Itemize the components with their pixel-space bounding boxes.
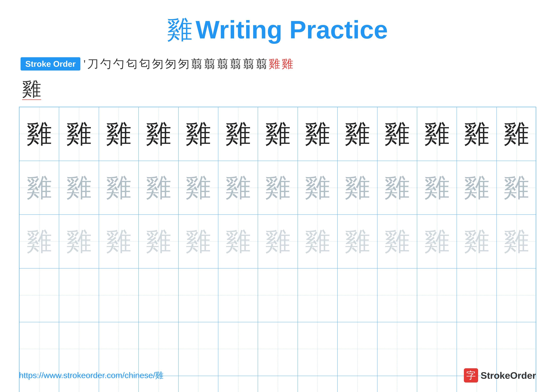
grid-cell[interactable] xyxy=(417,322,457,376)
stroke-order-badge: Stroke Order xyxy=(21,57,80,71)
grid-cell[interactable] xyxy=(258,322,298,376)
grid-cell[interactable]: 雞 xyxy=(337,161,377,214)
stroke-16: 雞 xyxy=(269,56,280,71)
grid-cell[interactable]: 雞 xyxy=(457,161,497,214)
practice-char: 雞 xyxy=(226,117,251,151)
practice-char: 雞 xyxy=(146,171,171,205)
stroke-5: 匂 xyxy=(126,56,138,71)
practice-char: 雞 xyxy=(66,117,92,151)
grid-cell[interactable]: 雞 xyxy=(19,161,59,214)
grid-cell[interactable] xyxy=(377,322,417,376)
grid-cell[interactable]: 雞 xyxy=(178,161,218,214)
grid-cell[interactable]: 雞 xyxy=(99,161,139,214)
grid-cell[interactable] xyxy=(218,322,258,376)
grid-cell[interactable] xyxy=(337,268,377,322)
stroke-7: 匇 xyxy=(152,56,163,71)
grid-cell[interactable] xyxy=(59,268,99,322)
practice-char: 雞 xyxy=(504,117,529,151)
grid-cell[interactable]: 雞 xyxy=(19,214,59,268)
grid-cell[interactable]: 雞 xyxy=(417,161,457,214)
grid-cell[interactable] xyxy=(59,322,99,376)
grid-cell[interactable]: 雞 xyxy=(337,107,377,161)
practice-char: 雞 xyxy=(384,224,410,258)
grid-cell[interactable]: 雞 xyxy=(377,214,417,268)
grid-cell[interactable]: 雞 xyxy=(218,107,258,161)
stroke-10: 翦 xyxy=(191,56,202,71)
footer-url[interactable]: https://www.strokeorder.com/chinese/雞 xyxy=(19,370,163,381)
grid-cell[interactable]: 雞 xyxy=(377,107,417,161)
practice-char: 雞 xyxy=(384,171,410,205)
grid-cell[interactable] xyxy=(139,268,178,322)
stroke-2: 刀 xyxy=(87,56,99,71)
title-chinese-char: 雞 xyxy=(167,13,192,47)
grid-cell[interactable] xyxy=(218,268,258,322)
practice-char: 雞 xyxy=(146,224,171,258)
grid-cell[interactable]: 雞 xyxy=(497,107,536,161)
grid-cell[interactable]: 雞 xyxy=(258,107,298,161)
stroke-8: 匇 xyxy=(165,56,176,71)
practice-char: 雞 xyxy=(66,224,92,258)
practice-char: 雞 xyxy=(146,117,171,151)
grid-cell[interactable] xyxy=(457,322,497,376)
practice-grid: 雞雞雞雞雞雞雞雞雞雞雞雞雞雞雞雞雞雞雞雞雞雞雞雞雞雞雞雞雞雞雞雞雞雞雞雞雞雞雞 xyxy=(19,107,536,392)
grid-cell[interactable]: 雞 xyxy=(99,214,139,268)
grid-cell[interactable] xyxy=(19,322,59,376)
grid-cell[interactable] xyxy=(497,268,536,322)
grid-cell[interactable]: 雞 xyxy=(218,214,258,268)
practice-char: 雞 xyxy=(305,224,330,258)
grid-cell[interactable]: 雞 xyxy=(497,214,536,268)
stroke-6: 匂 xyxy=(139,56,150,71)
grid-cell[interactable] xyxy=(457,268,497,322)
grid-cell[interactable]: 雞 xyxy=(417,107,457,161)
grid-cell[interactable]: 雞 xyxy=(298,107,337,161)
grid-cell[interactable]: 雞 xyxy=(59,107,99,161)
grid-cell[interactable]: 雞 xyxy=(178,107,218,161)
grid-cell[interactable]: 雞 xyxy=(258,214,298,268)
stroke-sequence: ' 刀 勺 勺 匂 匂 匇 匇 匇 翦 翦 翦 翦 翦 翦 雞 雞 xyxy=(84,56,293,71)
page: 雞 Writing Practice Stroke Order ' 刀 勺 勺 … xyxy=(0,0,555,392)
grid-cell[interactable] xyxy=(99,268,139,322)
grid-cell[interactable] xyxy=(178,322,218,376)
practice-char: 雞 xyxy=(345,224,370,258)
grid-cell[interactable]: 雞 xyxy=(139,107,178,161)
grid-cell[interactable]: 雞 xyxy=(298,161,337,214)
practice-char: 雞 xyxy=(27,224,52,258)
practice-char: 雞 xyxy=(106,224,131,258)
stroke-3: 勺 xyxy=(100,56,111,71)
practice-char: 雞 xyxy=(186,117,211,151)
grid-cell[interactable] xyxy=(139,322,178,376)
grid-cell[interactable]: 雞 xyxy=(417,214,457,268)
grid-cell[interactable]: 雞 xyxy=(59,214,99,268)
practice-char: 雞 xyxy=(265,117,291,151)
title-area: 雞 Writing Practice xyxy=(167,13,388,47)
grid-cell[interactable]: 雞 xyxy=(218,161,258,214)
grid-cell[interactable]: 雞 xyxy=(59,161,99,214)
reference-char-area: 雞 xyxy=(19,76,536,102)
grid-cell[interactable]: 雞 xyxy=(377,161,417,214)
grid-cell[interactable]: 雞 xyxy=(99,107,139,161)
grid-cell[interactable] xyxy=(298,322,337,376)
grid-cell[interactable]: 雞 xyxy=(258,161,298,214)
grid-cell[interactable] xyxy=(497,322,536,376)
grid-cell[interactable]: 雞 xyxy=(337,214,377,268)
grid-cell[interactable] xyxy=(178,268,218,322)
grid-cell[interactable] xyxy=(337,322,377,376)
practice-char: 雞 xyxy=(27,117,52,151)
stroke-9: 匇 xyxy=(178,56,189,71)
grid-cell[interactable] xyxy=(377,268,417,322)
grid-cell[interactable] xyxy=(417,268,457,322)
grid-cell[interactable] xyxy=(19,268,59,322)
grid-cell[interactable]: 雞 xyxy=(298,214,337,268)
grid-cell[interactable]: 雞 xyxy=(457,107,497,161)
practice-char: 雞 xyxy=(384,117,410,151)
grid-cell[interactable] xyxy=(258,268,298,322)
grid-cell[interactable]: 雞 xyxy=(497,161,536,214)
grid-cell[interactable]: 雞 xyxy=(178,214,218,268)
grid-cell[interactable]: 雞 xyxy=(457,214,497,268)
grid-cell[interactable]: 雞 xyxy=(139,214,178,268)
grid-cell[interactable]: 雞 xyxy=(19,107,59,161)
grid-cell[interactable]: 雞 xyxy=(139,161,178,214)
grid-cell[interactable] xyxy=(298,268,337,322)
grid-cell[interactable] xyxy=(99,322,139,376)
stroke-15: 翦 xyxy=(256,56,267,71)
